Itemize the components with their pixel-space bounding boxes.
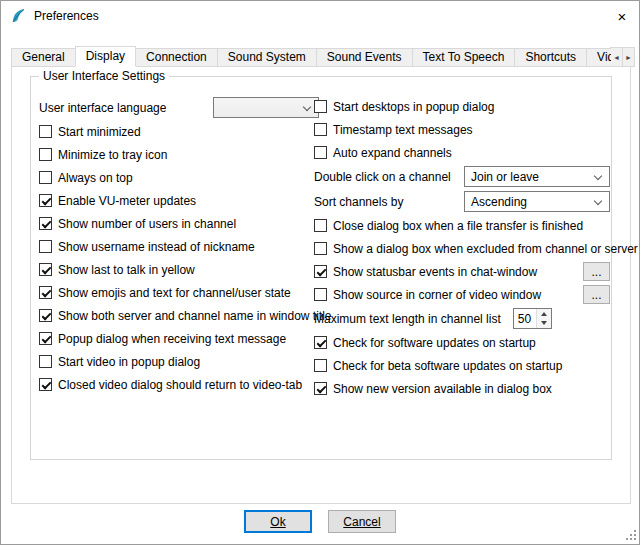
checkbox-start-video-popup[interactable]: Start video in popup dialog (39, 350, 319, 373)
checkbox-timestamp-text-messages[interactable]: Timestamp text messages (314, 118, 610, 141)
checkbox-box (39, 148, 52, 161)
spinner-down-icon[interactable] (537, 319, 551, 329)
checkbox-box (39, 309, 52, 322)
checkbox-box (314, 382, 327, 395)
app-icon (10, 8, 26, 24)
statusbar-events-config-button[interactable]: ... (583, 262, 610, 281)
close-icon[interactable]: × (605, 2, 639, 31)
chevron-down-icon (303, 103, 311, 111)
checkbox-box (39, 171, 52, 184)
checkbox-box (314, 359, 327, 372)
checkbox-box (39, 240, 52, 253)
spinner-buttons (536, 309, 551, 328)
checkbox-box (314, 265, 327, 278)
max-text-length-spinner (513, 308, 552, 329)
user-interface-settings-group: User Interface Settings User interface l… (30, 76, 612, 460)
max-text-length-input[interactable] (514, 309, 536, 328)
checkbox-box (314, 100, 327, 113)
tab-page-display: User Interface Settings User interface l… (11, 66, 631, 504)
right-column: Start desktops in popup dialog Timestamp… (314, 95, 610, 400)
max-text-length-row: Maximum text length in channel list (314, 306, 610, 331)
sort-channels-select[interactable]: Ascending (464, 191, 610, 212)
checkbox-show-statusbar-events[interactable]: Show statusbar events in chat-window (314, 265, 537, 279)
titlebar[interactable]: Preferences × (1, 1, 639, 31)
language-select[interactable] (213, 97, 319, 118)
preferences-window: Preferences × General Display Connection… (0, 0, 640, 545)
chevron-down-icon (594, 172, 602, 180)
checkbox-enable-vu-meter-updates[interactable]: Enable VU-meter updates (39, 189, 319, 212)
tab-display[interactable]: Display (75, 46, 136, 67)
checkbox-box (39, 194, 52, 207)
checkbox-box (314, 219, 327, 232)
double-click-channel-select[interactable]: Join or leave (464, 166, 610, 187)
checkbox-popup-dialog-text-message[interactable]: Popup dialog when receiving text message (39, 327, 319, 350)
max-text-length-label: Maximum text length in channel list (314, 312, 501, 326)
tab-scroll-right-button[interactable]: ► (622, 47, 635, 67)
checkbox-box (39, 286, 52, 299)
checkbox-check-software-updates[interactable]: Check for software updates on startup (314, 331, 610, 354)
checkbox-start-minimized[interactable]: Start minimized (39, 120, 319, 143)
checkbox-auto-expand-channels[interactable]: Auto expand channels (314, 141, 610, 164)
window-title: Preferences (34, 9, 99, 23)
double-click-label: Double click on a channel (314, 170, 451, 184)
statusbar-events-row: Show statusbar events in chat-window ... (314, 260, 610, 283)
checkbox-show-server-channel-in-title[interactable]: Show both server and channel name in win… (39, 304, 319, 327)
checkbox-show-last-to-talk-yellow[interactable]: Show last to talk in yellow (39, 258, 319, 281)
language-label: User interface language (39, 101, 166, 115)
double-click-value: Join or leave (471, 170, 539, 184)
checkbox-box (39, 355, 52, 368)
checkbox-box (314, 123, 327, 136)
checkbox-show-new-version-dialog[interactable]: Show new version available in dialog box (314, 377, 610, 400)
ok-button[interactable]: Ok (244, 510, 312, 533)
double-click-row: Double click on a channel Join or leave (314, 164, 610, 189)
sort-channels-row: Sort channels by Ascending (314, 189, 610, 214)
tab-scroll-left-icon: ◄ (613, 54, 620, 61)
sort-channels-value: Ascending (471, 195, 527, 209)
tab-bar: General Display Connection Sound System … (11, 46, 637, 67)
tab-shortcuts[interactable]: Shortcuts (514, 48, 587, 67)
checkbox-check-beta-updates[interactable]: Check for beta software updates on start… (314, 354, 610, 377)
tab-text-to-speech[interactable]: Text To Speech (412, 48, 516, 67)
checkbox-start-desktops-popup[interactable]: Start desktops in popup dialog (314, 95, 610, 118)
resize-grip-icon[interactable] (624, 529, 637, 542)
sort-channels-label: Sort channels by (314, 195, 403, 209)
checkbox-box (314, 288, 327, 301)
video-source-row: Show source in corner of video window ..… (314, 283, 610, 306)
tab-general[interactable]: General (11, 48, 76, 67)
checkbox-box (39, 217, 52, 230)
tab-sound-system[interactable]: Sound System (217, 48, 317, 67)
checkbox-close-dialog-file-transfer[interactable]: Close dialog box when a file transfer is… (314, 214, 610, 237)
language-row: User interface language (39, 95, 319, 120)
checkbox-box (39, 125, 52, 138)
checkbox-box (314, 146, 327, 159)
group-title: User Interface Settings (39, 69, 169, 83)
spinner-up-icon[interactable] (537, 309, 551, 319)
checkbox-box (314, 242, 327, 255)
checkbox-show-video-source-corner[interactable]: Show source in corner of video window (314, 288, 541, 302)
checkbox-show-emojis-text-state[interactable]: Show emojis and text for channel/user st… (39, 281, 319, 304)
tab-strip: General Display Connection Sound System … (11, 46, 611, 67)
cancel-button[interactable]: Cancel (328, 510, 396, 533)
dialog-button-row: Ok Cancel (1, 510, 639, 533)
chevron-down-icon (594, 197, 602, 205)
checkbox-always-on-top[interactable]: Always on top (39, 166, 319, 189)
tab-sound-events[interactable]: Sound Events (316, 48, 413, 67)
tab-connection[interactable]: Connection (135, 48, 218, 67)
checkbox-show-number-of-users[interactable]: Show number of users in channel (39, 212, 319, 235)
tab-video[interactable]: Video (586, 48, 611, 67)
checkbox-show-username-instead-nickname[interactable]: Show username instead of nickname (39, 235, 319, 258)
checkbox-show-dialog-excluded[interactable]: Show a dialog box when excluded from cha… (314, 237, 610, 260)
tab-scroll-right-icon: ► (625, 54, 632, 61)
video-source-config-button[interactable]: ... (583, 285, 610, 304)
checkbox-box (314, 336, 327, 349)
checkbox-box (39, 332, 52, 345)
checkbox-box (39, 378, 52, 391)
left-column: User interface language Start minimized … (39, 95, 319, 396)
checkbox-minimize-to-tray-icon[interactable]: Minimize to tray icon (39, 143, 319, 166)
checkbox-box (39, 263, 52, 276)
checkbox-closed-video-return-tab[interactable]: Closed video dialog should return to vid… (39, 373, 319, 396)
